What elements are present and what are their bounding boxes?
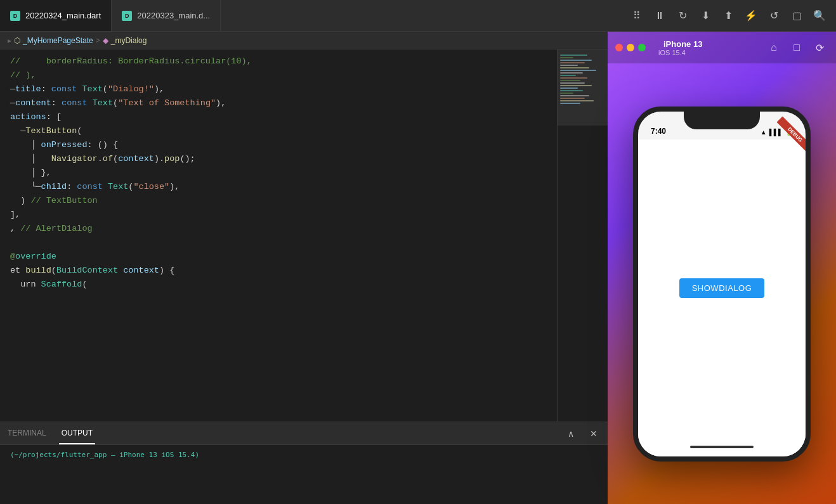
code-text: context xyxy=(118,152,154,166)
tab-1-label: 20220324_main.dart xyxy=(25,11,101,20)
code-text: override xyxy=(15,250,56,264)
code-area: // borderRadius: BorderRadius.circular(1… xyxy=(0,49,608,422)
code-text: et xyxy=(10,264,25,278)
code-line-13: , // AlertDialog xyxy=(10,222,557,236)
code-text: child xyxy=(41,180,67,194)
code-text: — xyxy=(10,96,15,110)
code-text: : xyxy=(67,180,77,194)
code-text: actions xyxy=(10,110,46,124)
bottom-content: (~/projects/flutter_app — iPhone 13 iOS … xyxy=(0,445,608,504)
code-text: // borderRadius: BorderRadius.circular(1… xyxy=(10,55,252,68)
wifi-icon: ▲ xyxy=(761,129,767,136)
undo-icon[interactable]: ↺ xyxy=(765,7,783,25)
code-text: const xyxy=(51,82,82,96)
code-line-4: — content : const Text ( "Text of Someth… xyxy=(10,96,557,110)
code-text: ( xyxy=(113,152,118,166)
dart-icon-1: D xyxy=(10,11,20,21)
breadcrumb: ▸ ⬡ _MyHomePageState > ◆ _myDialog xyxy=(0,32,608,49)
code-text: const xyxy=(62,96,93,110)
code-text: context xyxy=(123,264,159,278)
toolbar-icons: ⠿ ⏸ ↻ ⬇ ⬆ ⚡ ↺ ▢ 🔍 xyxy=(620,7,836,25)
code-line-5: actions : [ xyxy=(10,110,557,124)
breadcrumb-func: _myDialog xyxy=(111,36,147,45)
code-text: ), xyxy=(216,96,226,110)
code-text: // TextButton xyxy=(30,194,97,208)
code-line-11: ) // TextButton xyxy=(10,194,557,208)
rotate-icon[interactable]: ⟳ xyxy=(811,39,828,56)
home-icon[interactable]: ⌂ xyxy=(765,39,783,56)
bottom-panel: TERMINAL OUTPUT ∧ ✕ (~/projects/flutter_… xyxy=(0,422,608,504)
tab-2[interactable]: D 20220323_main.d... xyxy=(112,0,221,31)
code-text: pop xyxy=(164,152,180,166)
code-text: . xyxy=(98,152,103,166)
search-icon[interactable]: 🔍 xyxy=(811,7,828,25)
code-text: ), xyxy=(169,180,180,194)
code-text: "Text of Something" xyxy=(118,96,216,110)
code-text: ], xyxy=(10,208,20,222)
refresh-icon[interactable]: ↻ xyxy=(674,7,691,25)
code-text: — xyxy=(10,82,15,96)
code-line-7: │ onPressed : () { xyxy=(10,138,557,152)
code-text: ( xyxy=(51,264,56,278)
maximize-button[interactable] xyxy=(638,44,646,51)
code-text: @ xyxy=(10,250,15,264)
simulator-toolbar-icons: ⌂ □ ⟳ xyxy=(765,39,828,56)
square-icon[interactable]: ▢ xyxy=(788,7,806,25)
code-text: : xyxy=(51,96,62,110)
code-text: — xyxy=(10,124,25,138)
tab-2-label: 20220323_main.d... xyxy=(137,11,210,20)
device-name: iPhone 13 xyxy=(663,39,702,49)
show-dialog-button[interactable]: ShowDialog xyxy=(679,278,765,298)
code-text: : [ xyxy=(46,110,62,124)
code-text: const xyxy=(77,180,108,194)
code-lines[interactable]: // borderRadius: BorderRadius.circular(1… xyxy=(0,49,557,422)
close-button[interactable] xyxy=(615,44,623,51)
code-line-10: └— child : const Text ( "close" ), xyxy=(10,180,557,194)
tab-terminal[interactable]: TERMINAL xyxy=(5,422,49,444)
panel-close-icon[interactable]: ✕ xyxy=(585,425,603,443)
output-tab-label: OUTPUT xyxy=(62,429,93,437)
tab-output[interactable]: OUTPUT xyxy=(59,422,95,444)
phone-home-indicator xyxy=(638,437,806,456)
code-line-15: @ override xyxy=(10,250,557,264)
minimize-button[interactable] xyxy=(627,44,634,51)
tab-1[interactable]: D 20220324_main.dart xyxy=(0,0,112,31)
code-line-12: ], xyxy=(10,208,557,222)
code-text: , xyxy=(10,222,20,236)
code-text: ( xyxy=(103,82,108,96)
tabs-area: D 20220324_main.dart D 20220323_main.d..… xyxy=(0,0,620,31)
code-text: Text xyxy=(108,180,128,194)
phone-container: DEBUG 7:40 ▲ ▌▌▌ 🔋 ShowDialog xyxy=(608,63,836,504)
breadcrumb-arrow: ▸ xyxy=(8,36,11,45)
bottom-tabs: TERMINAL OUTPUT ∧ ✕ xyxy=(0,422,608,445)
code-text: ) { xyxy=(159,264,174,278)
grid-icon[interactable]: ⠿ xyxy=(628,7,646,25)
code-text: // AlertDialog xyxy=(20,222,92,236)
code-text: └— xyxy=(10,180,41,194)
code-text: urn xyxy=(10,278,41,292)
code-text: │ }, xyxy=(10,166,51,180)
code-line-3: — title : const Text ( "Dialog!" ), xyxy=(10,82,557,96)
code-text: ) xyxy=(10,194,30,208)
step-over-icon[interactable]: ⬇ xyxy=(696,7,714,25)
code-editor: ▸ ⬡ _MyHomePageState > ◆ _myDialog // bo… xyxy=(0,32,608,504)
lightning-icon[interactable]: ⚡ xyxy=(742,7,760,25)
pause-icon[interactable]: ⏸ xyxy=(651,7,669,25)
phone-time: 7:40 xyxy=(651,127,666,136)
code-text: : xyxy=(41,82,51,96)
panel-collapse-icon[interactable]: ∧ xyxy=(562,425,580,443)
code-text: TextButton xyxy=(25,124,77,138)
breadcrumb-icon-func: ◆ xyxy=(103,36,108,45)
step-out-icon[interactable]: ⬆ xyxy=(719,7,737,25)
phone-screen: 7:40 ▲ ▌▌▌ 🔋 ShowDialog xyxy=(638,112,806,456)
code-text: Text xyxy=(93,96,113,110)
code-line-16: et build ( BuildContext context ) { xyxy=(10,264,557,278)
code-text: ). xyxy=(154,152,164,166)
code-text: ( xyxy=(77,124,82,138)
code-text: Navigator xyxy=(51,152,98,166)
code-text: Scaffold xyxy=(41,278,82,292)
screenshot-icon[interactable]: □ xyxy=(788,39,806,56)
breadcrumb-sep-1: > xyxy=(96,36,100,45)
breadcrumb-class: _MyHomePageState xyxy=(23,36,93,45)
code-text: title xyxy=(15,82,41,96)
